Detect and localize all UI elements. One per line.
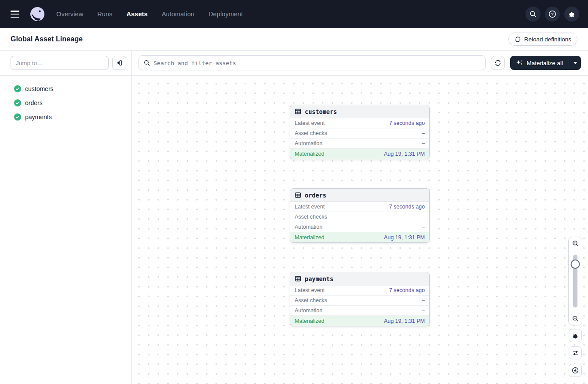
materialized-timestamp-link[interactable]: Aug 19, 1:31 PM — [384, 151, 425, 157]
row-label: Automation — [295, 224, 322, 230]
table-icon — [295, 275, 301, 282]
asset-name: orders — [25, 99, 43, 106]
sidebar-item-customers[interactable]: customers — [0, 82, 131, 96]
row-value: – — [422, 140, 425, 146]
row-value: – — [422, 224, 425, 230]
help-icon[interactable]: ? — [545, 7, 560, 22]
asset-name: payments — [25, 113, 52, 121]
top-nav: Overview Runs Assets Automation Deployme… — [0, 0, 588, 28]
automation-row: Automation – — [290, 139, 429, 149]
filter-sliders-icon[interactable] — [569, 346, 582, 359]
nav-item-deployment[interactable]: Deployment — [208, 11, 243, 18]
zoom-in-icon[interactable] — [569, 237, 582, 250]
status-label: Materialized — [295, 151, 324, 157]
zoom-slider — [569, 250, 582, 312]
row-label: Asset checks — [295, 214, 327, 220]
row-value: – — [422, 214, 425, 220]
zoom-slider-handle[interactable] — [571, 260, 580, 269]
dagster-logo-icon[interactable] — [30, 7, 45, 22]
table-icon — [295, 108, 301, 115]
asset-list: customers orders payments — [0, 76, 131, 124]
table-icon — [295, 192, 301, 198]
materialize-all-group: Materialize all — [510, 56, 581, 70]
asset-node-payments[interactable]: payments Latest event 7 seconds ago Asse… — [290, 272, 430, 326]
sidebar-item-orders[interactable]: orders — [0, 96, 131, 110]
download-image-icon[interactable] — [569, 364, 582, 377]
asset-node-header[interactable]: customers — [290, 105, 429, 118]
row-label: Automation — [295, 307, 322, 314]
row-value: – — [422, 297, 425, 304]
row-value: – — [422, 307, 425, 314]
jump-to-input[interactable] — [11, 56, 109, 70]
asset-checks-row: Asset checks – — [290, 296, 429, 306]
asset-checks-row: Asset checks – — [290, 212, 429, 222]
nav-item-runs[interactable]: Runs — [97, 11, 112, 18]
materialized-status-row: Materialized Aug 19, 1:31 PM — [290, 232, 429, 242]
row-label: Asset checks — [295, 297, 327, 304]
graph-settings-gear-icon[interactable] — [569, 329, 582, 342]
sparkles-icon — [516, 59, 523, 66]
caret-down-icon — [573, 62, 577, 64]
menu-icon[interactable] — [11, 11, 19, 18]
nav-item-overview[interactable]: Overview — [56, 11, 83, 18]
latest-event-link[interactable]: 7 seconds ago — [389, 120, 425, 126]
latest-event-link[interactable]: 7 seconds ago — [389, 204, 425, 210]
asset-checks-row: Asset checks – — [290, 128, 429, 139]
materialized-status-row: Materialized Aug 19, 1:31 PM — [290, 316, 429, 326]
search-icon — [144, 60, 150, 66]
check-circle-icon — [14, 113, 21, 121]
refresh-icon[interactable] — [491, 56, 505, 70]
sidebar-item-payments[interactable]: payments — [0, 110, 131, 124]
row-label: Latest event — [295, 120, 325, 126]
zoom-controls — [568, 237, 582, 325]
row-label: Automation — [295, 140, 322, 146]
asset-node-customers[interactable]: customers Latest event 7 seconds ago Ass… — [290, 105, 430, 159]
zoom-out-icon[interactable] — [569, 312, 582, 325]
asset-name: customers — [25, 85, 54, 92]
sidebar-toolbar — [0, 51, 131, 76]
asset-node-header[interactable]: payments — [290, 272, 429, 285]
status-label: Materialized — [295, 318, 324, 324]
row-label: Latest event — [295, 204, 325, 210]
latest-event-row: Latest event 7 seconds ago — [290, 202, 429, 212]
nav-item-automation[interactable]: Automation — [162, 11, 194, 18]
asset-node-orders[interactable]: orders Latest event 7 seconds ago Asset … — [290, 188, 430, 243]
materialize-all-button[interactable]: Materialize all — [510, 56, 569, 70]
row-value: – — [422, 130, 425, 136]
asset-search-input[interactable] — [153, 60, 480, 66]
reload-cycle-icon — [515, 36, 521, 43]
nav-menu: Overview Runs Assets Automation Deployme… — [56, 11, 243, 18]
asset-sidebar: customers orders payments — [0, 51, 132, 384]
reload-definitions-label: Reload definitions — [524, 36, 571, 43]
latest-event-link[interactable]: 7 seconds ago — [389, 287, 425, 293]
row-label: Latest event — [295, 287, 325, 293]
lineage-toolbar: Materialize all — [132, 51, 588, 76]
page-header: Global Asset Lineage Reload definitions — [0, 28, 588, 51]
search-icon[interactable] — [526, 7, 541, 22]
check-circle-icon — [14, 99, 21, 106]
asset-search-box[interactable] — [139, 55, 486, 70]
materialize-dropdown-caret[interactable] — [569, 56, 581, 70]
materialized-timestamp-link[interactable]: Aug 19, 1:31 PM — [384, 318, 425, 324]
nav-item-assets[interactable]: Assets — [126, 11, 147, 18]
collapse-panel-icon[interactable] — [112, 56, 126, 70]
nav-actions: ? — [526, 7, 579, 22]
latest-event-row: Latest event 7 seconds ago — [290, 118, 429, 128]
asset-node-header[interactable]: orders — [290, 189, 429, 202]
reload-definitions-button[interactable]: Reload definitions — [508, 33, 577, 46]
page-title: Global Asset Lineage — [11, 35, 83, 43]
materialized-status-row: Materialized Aug 19, 1:31 PM — [290, 149, 429, 159]
status-label: Materialized — [295, 234, 324, 241]
materialized-timestamp-link[interactable]: Aug 19, 1:31 PM — [384, 234, 425, 241]
gear-icon[interactable] — [564, 7, 579, 22]
lineage-canvas: Materialize all customers Latest event 7… — [132, 51, 588, 384]
automation-row: Automation – — [290, 306, 429, 316]
row-label: Asset checks — [295, 130, 327, 136]
materialize-all-label: Materialize all — [526, 60, 563, 66]
asset-node-name: payments — [305, 275, 333, 282]
lineage-graph[interactable]: customers Latest event 7 seconds ago Ass… — [132, 76, 588, 384]
asset-node-name: orders — [305, 192, 326, 199]
latest-event-row: Latest event 7 seconds ago — [290, 285, 429, 296]
asset-node-name: customers — [305, 108, 337, 115]
automation-row: Automation – — [290, 222, 429, 232]
